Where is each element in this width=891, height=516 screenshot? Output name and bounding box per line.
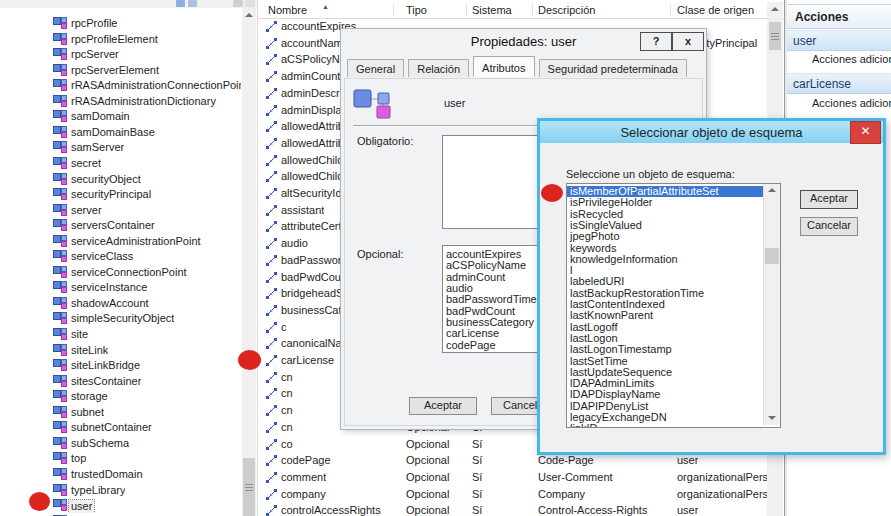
cell-tipo: Opcional <box>406 504 449 516</box>
tree-item-serversContainer[interactable]: serversContainer <box>0 218 242 233</box>
optional-list-item[interactable]: businessCategory <box>446 317 534 328</box>
tree-scrollbar-thumb[interactable] <box>243 458 255 516</box>
column-header-nombre[interactable]: Nombre <box>268 4 307 16</box>
cell-nombre: cn <box>281 387 293 400</box>
properties-ok-button[interactable]: Aceptar <box>409 397 477 415</box>
schema-list-item[interactable]: jpegPhoto <box>567 231 764 242</box>
tree-item-label: shadowAccount <box>71 297 149 310</box>
optional-list-item[interactable]: badPwdCount <box>446 306 515 317</box>
column-header-tipo[interactable]: Tipo <box>406 4 427 16</box>
tree-item-label: site <box>71 328 88 341</box>
column-header-sistema[interactable]: Sistema <box>472 4 512 16</box>
cell-descripcion: Company <box>538 488 585 501</box>
tree-item-serviceAdministrationPoint[interactable]: serviceAdministrationPoint <box>0 234 242 249</box>
tree-item-rRASAdministrationConnectionPoint[interactable]: rRASAdministrationConnectionPoint <box>0 78 242 93</box>
tree-item-secret[interactable]: secret <box>0 156 242 171</box>
optional-list-item[interactable]: aCSPolicyName <box>446 260 526 271</box>
schema-object-listbox[interactable]: isMemberOfPartialAttributeSetisPrivilege… <box>566 183 781 428</box>
tab-general[interactable]: General <box>347 59 404 77</box>
attribute-icon <box>265 237 278 250</box>
tree-item-rpcProfileElement[interactable]: rpcProfileElement <box>0 32 242 47</box>
actions-section-user[interactable]: user <box>787 30 891 51</box>
tree-item-label: subSchema <box>71 437 129 450</box>
schema-list-item[interactable]: knowledgeInformation <box>567 254 764 265</box>
tree-item-rRASAdministrationDictionary[interactable]: rRASAdministrationDictionary <box>0 94 242 109</box>
column-header-clase-origen[interactable]: Clase de origen <box>677 4 754 16</box>
scroll-down-arrow[interactable] <box>765 412 779 425</box>
schema-list-item[interactable]: linkID <box>567 423 764 428</box>
scrollbar-thumb[interactable] <box>765 248 779 264</box>
class-icon <box>53 328 67 340</box>
schema-cancel-button[interactable]: Cancelar <box>800 217 858 236</box>
optional-list-item[interactable]: codePage <box>446 340 496 351</box>
tree-item-storage[interactable]: storage <box>0 389 242 404</box>
tree-item-samServer[interactable]: samServer <box>0 140 242 155</box>
tree-item-samDomainBase[interactable]: samDomainBase <box>0 125 242 140</box>
table-row[interactable]: commentOpcionalSíUser-Commentorganizatio… <box>258 469 768 486</box>
tree-item-server[interactable]: server <box>0 203 242 218</box>
dialog-titlebar[interactable]: Seleccionar objeto de esquema <box>540 121 883 143</box>
tree-item-subnet[interactable]: subnet <box>0 405 242 420</box>
schema-ok-button[interactable]: Aceptar <box>800 190 858 209</box>
tree-item-sitesContainer[interactable]: sitesContainer <box>0 374 242 389</box>
tree-item-top[interactable]: top <box>0 451 242 466</box>
schema-list-item[interactable]: lastLogoff <box>567 322 764 333</box>
column-separator[interactable] <box>466 4 467 16</box>
schema-list-item[interactable]: isPrivilegeHolder <box>567 197 764 208</box>
table-row[interactable]: companyOpcionalSíCompanyorganizationalPe… <box>258 486 768 503</box>
tree-item-label: rpcProfile <box>71 17 117 30</box>
cell-tipo: Opcional <box>406 438 449 451</box>
tree-item-securityObject[interactable]: securityObject <box>0 172 242 187</box>
optional-list-item[interactable]: carLicense <box>446 328 499 339</box>
tree-item-rpcServer[interactable]: rpcServer <box>0 47 242 62</box>
schema-list-item[interactable]: lastLogonTimestamp <box>567 344 764 355</box>
tab-relacion[interactable]: Relación <box>408 59 469 77</box>
tree-scrollbar[interactable] <box>242 8 256 516</box>
optional-list-item[interactable]: controlAccessRights <box>446 351 546 353</box>
tree-item-shadowAccount[interactable]: shadowAccount <box>0 296 242 311</box>
tree-item-samDomain[interactable]: samDomain <box>0 109 242 124</box>
tree-item-simpleSecurityObject[interactable]: simpleSecurityObject <box>0 311 242 326</box>
tree-scroll-up-arrow[interactable] <box>242 8 256 22</box>
list-scroll-up-arrow[interactable] <box>768 2 782 16</box>
schema-list-item[interactable]: isRecycled <box>567 209 764 220</box>
additional-actions-link-carlicense[interactable]: Acciones adicionales <box>812 97 891 111</box>
tree-item-rpcProfile[interactable]: rpcProfile <box>0 16 242 31</box>
tree-item-rpcServerElement[interactable]: rpcServerElement <box>0 63 242 78</box>
optional-list-item[interactable]: audio <box>446 283 473 294</box>
tree-item-subnetContainer[interactable]: subnetContainer <box>0 420 242 435</box>
tree-item-siteLink[interactable]: siteLink <box>0 343 242 358</box>
schema-list-item[interactable]: labeledURI <box>567 276 764 287</box>
schema-list-item[interactable]: lastKnownParent <box>567 310 764 321</box>
help-button[interactable]: ? <box>640 32 672 51</box>
schema-list-item[interactable]: lastSetTime <box>567 356 764 367</box>
additional-actions-link-user[interactable]: Acciones adicionales <box>812 53 891 67</box>
cell-nombre: carLicense <box>281 354 334 367</box>
column-header-descripcion[interactable]: Descripción <box>538 4 595 16</box>
tree-item-site[interactable]: site <box>0 327 242 342</box>
tree-item-securityPrincipal[interactable]: securityPrincipal <box>0 187 242 202</box>
optional-list-item[interactable]: accountExpires <box>446 249 521 260</box>
schema-list-item[interactable]: lDAPDisplayName <box>567 389 764 400</box>
tab-atributos[interactable]: Atributos <box>473 56 534 77</box>
schema-listbox-scrollbar[interactable] <box>763 184 780 425</box>
actions-section-carlicense[interactable]: carLicense <box>787 73 891 94</box>
tree-item-siteLinkBridge[interactable]: siteLinkBridge <box>0 358 242 373</box>
scroll-up-arrow[interactable] <box>765 184 779 197</box>
optional-list-item[interactable]: adminCount <box>446 272 505 283</box>
tree-item-subSchema[interactable]: subSchema <box>0 436 242 451</box>
list-scrollbar-thumb[interactable] <box>769 22 781 50</box>
tree-item-serviceClass[interactable]: serviceClass <box>0 249 242 264</box>
tree-item-serviceInstance[interactable]: serviceInstance <box>0 280 242 295</box>
tree-item-trustedDomain[interactable]: trustedDomain <box>0 467 242 482</box>
column-separator[interactable] <box>393 4 394 16</box>
tree-item-serviceConnectionPoint[interactable]: serviceConnectionPoint <box>0 265 242 280</box>
table-row[interactable]: controlAccessRightsOpcionalSíControl-Acc… <box>258 502 768 516</box>
column-separator[interactable] <box>670 4 671 16</box>
tab-seguridad-predeterminada[interactable]: Seguridad predeterminada <box>539 59 687 77</box>
schema-list-item[interactable]: keywords <box>567 243 764 254</box>
close-button[interactable]: x <box>672 32 704 51</box>
close-button[interactable]: ✕ <box>850 121 881 144</box>
column-separator[interactable] <box>532 4 533 16</box>
optional-list-item[interactable]: badPasswordTime <box>446 294 537 305</box>
